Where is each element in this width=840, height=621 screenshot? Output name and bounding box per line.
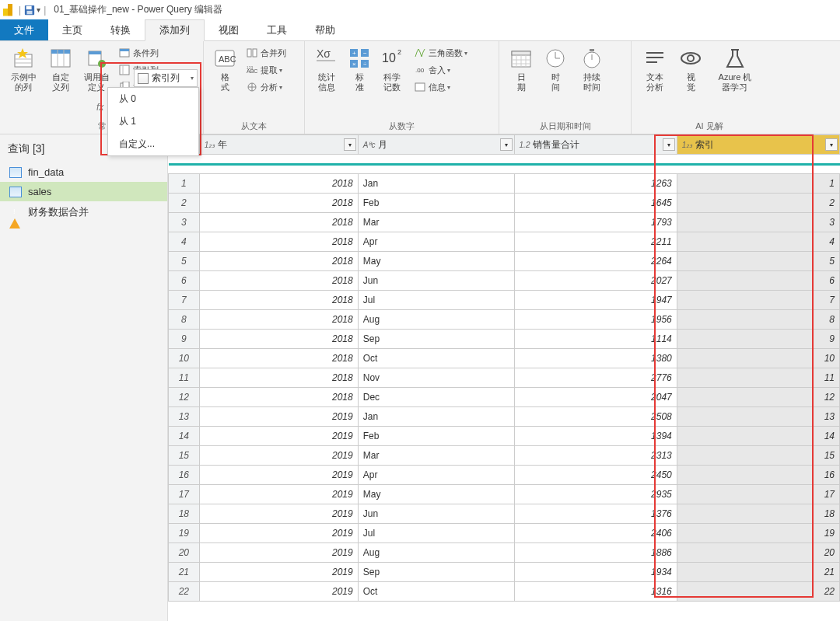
- column-from-examples-button[interactable]: 示例中 的列: [5, 44, 42, 94]
- cell-year: 2018: [199, 271, 358, 291]
- query-item-sales[interactable]: sales: [0, 182, 167, 201]
- tab-transform[interactable]: 转换: [96, 19, 145, 40]
- tab-addcolumn[interactable]: 添加列: [145, 19, 205, 41]
- column-header-year[interactable]: 1₂₃年▾: [199, 135, 358, 155]
- cell-index: 8: [677, 310, 839, 330]
- cell-index: 10: [677, 349, 839, 368]
- row-number: 18: [169, 504, 200, 524]
- round-icon: .00: [414, 64, 426, 76]
- queries-panel-title: 查询 [3]: [8, 142, 44, 156]
- row-number: 9: [169, 330, 200, 349]
- condition-icon: [118, 47, 131, 59]
- cell-index: 5: [677, 252, 839, 271]
- info-button[interactable]: 信息▾: [411, 78, 471, 96]
- analyze-button[interactable]: 分析▾: [243, 78, 289, 96]
- cell-sales: 2508: [514, 407, 677, 427]
- trig-button[interactable]: 三角函数▾: [411, 44, 471, 61]
- data-grid: ⊞▾ 1₂₃年▾ Aᴮc月▾ 1.2销售量合计▾ 1₂₃索引▾ 12018Jan…: [168, 134, 840, 602]
- label: 科学 记数: [383, 72, 401, 92]
- custom-column-button[interactable]: 自定 义列: [42, 44, 79, 94]
- cell-index: 4: [677, 232, 839, 252]
- standard-icon: +−×÷: [347, 46, 372, 71]
- cell-sales: 1947: [514, 291, 677, 310]
- conditional-column-button[interactable]: 条件列: [115, 44, 166, 61]
- scientific-button[interactable]: 102 科学 记数: [375, 44, 409, 94]
- table-row[interactable]: 82018Aug19568: [169, 310, 840, 330]
- svg-rect-8: [51, 50, 70, 54]
- table-row[interactable]: 192019Jul240619: [169, 524, 840, 543]
- table-row[interactable]: 152019Mar231315: [169, 446, 840, 466]
- tab-tools[interactable]: 工具: [253, 19, 301, 40]
- table-row[interactable]: 132019Jan250813: [169, 407, 840, 427]
- text-analytics-button[interactable]: 文本 分析: [636, 44, 674, 94]
- dropdown-item-from1[interactable]: 从 1: [108, 110, 198, 133]
- cell-month: Oct: [358, 582, 514, 602]
- column-header-sales[interactable]: 1.2销售量合计▾: [514, 135, 677, 155]
- column-header-month[interactable]: Aᴮc月▾: [358, 135, 514, 155]
- row-number: 2: [169, 194, 200, 213]
- filter-icon[interactable]: ▾: [825, 138, 838, 151]
- label: 合并列: [261, 47, 286, 59]
- type-icon: 1₂₃: [205, 141, 215, 149]
- table-row[interactable]: 22018Feb16452: [169, 194, 840, 213]
- table-row[interactable]: 122018Dec204712: [169, 388, 840, 407]
- table-row[interactable]: 62018Jun20276: [169, 271, 840, 291]
- table-row[interactable]: 52018May22645: [169, 252, 840, 271]
- qat-dropdown-icon[interactable]: ▾: [37, 5, 40, 14]
- titlebar: | ▾ | 01_基础操作_new - Power Query 编辑器: [0, 0, 840, 19]
- standard-button[interactable]: +−×÷ 标 准: [344, 44, 375, 94]
- tab-view[interactable]: 视图: [205, 19, 253, 40]
- filter-icon[interactable]: ▾: [500, 138, 513, 151]
- label: 标 准: [355, 72, 364, 92]
- queries-panel: 查询 [3] 〈 fin_data sales 财务数据合并: [0, 134, 168, 621]
- date-button[interactable]: 日 期: [504, 44, 538, 94]
- svg-rect-23: [253, 49, 257, 57]
- cell-sales: 1645: [514, 194, 677, 213]
- table-row[interactable]: 42018Apr22114: [169, 232, 840, 252]
- cell-month: Apr: [358, 466, 514, 485]
- cell-month: May: [358, 485, 514, 504]
- index-column-dropdown-trigger[interactable]: 索引列 ▾: [134, 69, 198, 87]
- extract-button[interactable]: ABC123提取▾: [243, 61, 289, 78]
- round-button[interactable]: .00舍入▾: [411, 61, 471, 78]
- table-row[interactable]: 92018Sep11149: [169, 330, 840, 349]
- column-header-index[interactable]: 1₂₃索引▾: [677, 135, 839, 155]
- table-row[interactable]: 202019Aug188620: [169, 543, 840, 563]
- merge-columns-button[interactable]: 合并列: [243, 44, 289, 61]
- statistics-button[interactable]: Χσ 统计 信息: [310, 44, 344, 94]
- tab-home[interactable]: 主页: [48, 19, 96, 40]
- table-row[interactable]: 182019Jun137618: [169, 504, 840, 524]
- cell-month: Aug: [358, 310, 514, 330]
- filter-icon[interactable]: ▾: [344, 138, 356, 151]
- table-row[interactable]: 172019May293517: [169, 485, 840, 504]
- dropdown-item-from0[interactable]: 从 0: [108, 88, 198, 110]
- cell-index: 20: [677, 543, 839, 563]
- cell-index: 22: [677, 582, 839, 602]
- vision-button[interactable]: 视 觉: [674, 44, 708, 94]
- duration-button[interactable]: 持续 时间: [572, 44, 611, 94]
- time-button[interactable]: 时 间: [538, 44, 572, 94]
- azure-ml-button[interactable]: Azure 机 器学习: [708, 44, 762, 94]
- table-row[interactable]: 112018Nov277611: [169, 368, 840, 388]
- table-row[interactable]: 162019Apr245016: [169, 466, 840, 485]
- tab-file[interactable]: 文件: [0, 19, 48, 40]
- table-row[interactable]: 142019Feb139414: [169, 427, 840, 446]
- cell-sales: 2264: [514, 252, 677, 271]
- table-row[interactable]: 32018Mar17933: [169, 213, 840, 232]
- query-item-fin-data[interactable]: fin_data: [0, 162, 167, 182]
- group-label-text: 从文本: [208, 120, 299, 132]
- filter-icon[interactable]: ▾: [663, 138, 675, 151]
- table-row[interactable]: 222019Oct131622: [169, 582, 840, 602]
- table-row[interactable]: 12018Jan12631: [169, 174, 840, 194]
- cell-sales: 1316: [514, 582, 677, 602]
- format-button[interactable]: ABC 格 式: [208, 44, 241, 94]
- table-row[interactable]: 72018Jul19477: [169, 291, 840, 310]
- table-row[interactable]: 102018Oct138010: [169, 349, 840, 368]
- dropdown-item-custom[interactable]: 自定义...: [108, 133, 198, 155]
- tab-help[interactable]: 帮助: [301, 19, 349, 40]
- table-row[interactable]: 212019Sep193421: [169, 563, 840, 582]
- clock-icon: [543, 46, 568, 71]
- save-icon[interactable]: [24, 5, 35, 16]
- cell-month: Jan: [358, 407, 514, 427]
- query-item-finance-merge[interactable]: 财务数据合并: [0, 201, 167, 223]
